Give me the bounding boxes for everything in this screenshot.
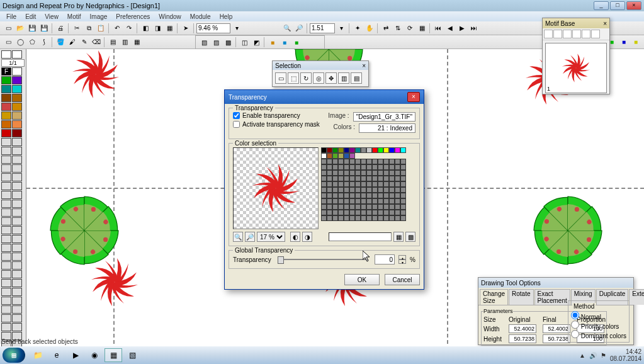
pencil-icon[interactable]: ✎ — [79, 37, 90, 48]
eraser-icon[interactable]: ⌫ — [91, 37, 102, 48]
pal-empty[interactable] — [1, 261, 11, 270]
tray-icon[interactable]: 🔊 — [589, 352, 597, 359]
spin-up-icon[interactable]: ▴ — [398, 255, 406, 259]
pal-swatch[interactable] — [1, 103, 11, 111]
spin-down-icon[interactable]: ▾ — [398, 259, 406, 264]
sel-tool-icon[interactable]: ▭ — [275, 72, 286, 84]
pal-swatch[interactable] — [12, 85, 22, 93]
sub-icon[interactable]: ▧ — [198, 37, 210, 48]
tray-icon[interactable]: ▲ — [579, 352, 585, 359]
prev-icon[interactable]: ◀ — [444, 23, 456, 34]
pal-empty[interactable] — [1, 323, 11, 331]
dialog-close-button[interactable]: × — [407, 92, 420, 102]
mb-tool-icon[interactable] — [553, 30, 562, 38]
sub-icon[interactable]: ◫ — [239, 37, 250, 48]
pal-empty[interactable] — [1, 156, 11, 164]
pal-swatch[interactable] — [1, 120, 11, 128]
pal-swatch[interactable] — [12, 129, 22, 137]
layer2-icon[interactable]: ▥ — [119, 37, 130, 48]
pal-empty[interactable] — [1, 147, 11, 155]
pal-swatch[interactable] — [12, 111, 22, 120]
pal-empty[interactable] — [1, 173, 11, 181]
pal-empty[interactable] — [12, 156, 22, 164]
grid-icon[interactable]: ▦ — [416, 23, 427, 34]
pal-swatch[interactable] — [1, 111, 11, 120]
pal-empty[interactable] — [1, 253, 11, 261]
tray-time[interactable]: 14:42 — [610, 348, 641, 355]
pal-empty[interactable] — [1, 288, 11, 296]
method-dominant-radio[interactable]: Dominant colors — [571, 330, 626, 339]
tab-exact[interactable]: Exact Placement — [534, 289, 570, 305]
mb-tool-icon[interactable] — [582, 30, 590, 38]
pal-swatch[interactable] — [1, 94, 11, 102]
undo-icon[interactable]: ↶ — [111, 23, 123, 34]
tool2-icon[interactable]: ◨ — [152, 23, 163, 34]
motif-base-close-icon[interactable]: × — [603, 20, 607, 27]
menu-help[interactable]: Help — [216, 13, 237, 21]
sub-icon[interactable]: ◩ — [251, 37, 262, 48]
pal-empty[interactable] — [1, 138, 11, 146]
brush-icon[interactable]: 🖌 — [67, 37, 78, 48]
preview-zoom-select[interactable]: 17 % — [257, 232, 285, 242]
yellow-swatch-icon[interactable]: ■ — [630, 37, 641, 48]
start-button[interactable]: ⊞ — [3, 348, 25, 363]
tray-icon[interactable]: ⚑ — [601, 352, 606, 359]
task-chrome-icon[interactable]: ◉ — [86, 348, 103, 362]
maximize-button[interactable]: □ — [610, 1, 625, 10]
pal-empty[interactable] — [12, 200, 22, 208]
zoom-in-icon[interactable]: 🔎 — [293, 23, 305, 34]
pal-empty[interactable] — [12, 164, 22, 173]
menu-edit[interactable]: Edit — [21, 13, 40, 21]
transparency-value[interactable] — [375, 254, 395, 264]
sel-tool-icon[interactable]: ▥ — [338, 72, 349, 84]
pal-empty[interactable] — [12, 261, 22, 270]
task-app-icon[interactable]: ▦ — [105, 348, 122, 362]
save-as-icon[interactable]: 💾 — [38, 23, 50, 34]
redo-icon[interactable]: ↷ — [123, 23, 135, 34]
pal-empty[interactable] — [12, 297, 22, 305]
pal-swatch[interactable] — [12, 67, 22, 76]
ok-button[interactable]: OK — [344, 274, 380, 285]
activate-mask-checkbox[interactable]: Activate transparency mask — [233, 121, 328, 128]
blue-swatch-icon[interactable]: ■ — [618, 37, 630, 48]
cancel-button[interactable]: Cancel — [385, 274, 420, 285]
zoom-dropdown-icon[interactable]: ▾ — [231, 23, 242, 34]
pal-empty[interactable] — [12, 305, 22, 314]
motif-preview[interactable]: 1 — [545, 43, 607, 93]
pal-empty[interactable] — [12, 253, 22, 261]
rotate-icon[interactable]: ⟳ — [404, 23, 415, 34]
height-orig-input[interactable] — [509, 334, 536, 343]
pal-empty[interactable] — [12, 235, 22, 243]
pal-empty[interactable] — [1, 182, 11, 190]
pal-empty[interactable] — [1, 314, 11, 322]
layer-icon[interactable]: ▤ — [107, 37, 118, 48]
last-icon[interactable]: ⏭ — [468, 23, 480, 34]
close-button[interactable]: × — [626, 1, 641, 10]
pal-empty[interactable] — [1, 208, 11, 217]
sub-icon[interactable]: ■ — [279, 37, 290, 48]
pal-empty[interactable] — [12, 138, 22, 146]
color-preview[interactable] — [233, 147, 319, 229]
drawing-tool-options-panel[interactable]: Drawing Tool Options Change Size Rotate … — [478, 277, 634, 345]
wand-icon[interactable]: ✦ — [352, 23, 363, 34]
pal-empty[interactable] — [1, 217, 11, 225]
menu-file[interactable]: File — [3, 13, 20, 21]
pal-empty[interactable] — [1, 270, 11, 278]
copy-icon[interactable]: ⧉ — [83, 23, 94, 34]
menu-motif[interactable]: Motif — [64, 13, 85, 21]
tray-date[interactable]: 08.07.2014 — [610, 355, 641, 362]
remove-color-icon[interactable]: ▩ — [405, 232, 415, 242]
mb-tool-icon[interactable] — [544, 30, 553, 38]
sub-icon[interactable]: ■ — [291, 37, 302, 48]
add-color-icon[interactable]: ▦ — [393, 232, 404, 242]
sel-tool-icon[interactable]: ⬚ — [288, 72, 299, 84]
pal-empty[interactable] — [12, 191, 22, 199]
transparency-slider[interactable] — [278, 259, 368, 260]
pal-empty[interactable] — [1, 305, 11, 314]
pal-empty[interactable] — [12, 217, 22, 225]
pal-empty[interactable] — [1, 226, 11, 234]
zoom-out-icon[interactable]: 🔍 — [233, 232, 243, 242]
pal-empty[interactable] — [12, 314, 22, 322]
selection-close-icon[interactable]: × — [362, 62, 366, 69]
pal-empty[interactable] — [1, 164, 11, 173]
